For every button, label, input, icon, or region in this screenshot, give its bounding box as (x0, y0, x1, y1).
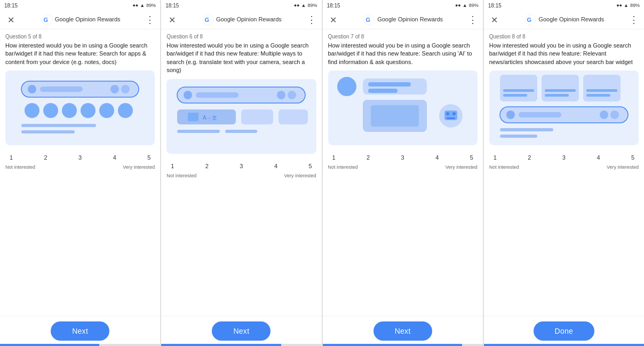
svg-rect-19 (196, 92, 238, 98)
svg-point-9 (62, 103, 77, 118)
app-header: ✕ G Google Opinion Rewards ⋮ (161, 11, 321, 29)
svg-rect-48 (503, 94, 527, 97)
svg-point-10 (81, 103, 96, 118)
svg-rect-49 (545, 89, 576, 92)
next-button[interactable]: Next (212, 321, 271, 341)
scale-option-4[interactable]: 4 (432, 153, 442, 162)
status-time: 18:15 (165, 3, 179, 9)
scale-option-1[interactable]: 1 (329, 153, 339, 162)
svg-point-12 (118, 103, 133, 118)
scale-labels: Not interested Very interested (489, 164, 639, 170)
menu-button[interactable]: ⋮ (629, 14, 639, 26)
battery-icon: 89% (307, 3, 317, 8)
svg-rect-46 (583, 75, 621, 101)
svg-rect-13 (21, 124, 96, 127)
status-icons: ●● ▲ 89% (455, 3, 479, 8)
question-label: Question 5 of 8 (5, 34, 155, 40)
status-time: 18:15 (4, 3, 18, 9)
scale-option-4[interactable]: 4 (593, 153, 603, 162)
progress-bar (484, 344, 644, 346)
svg-rect-51 (586, 89, 617, 92)
svg-rect-41 (447, 117, 455, 119)
svg-rect-4 (40, 86, 83, 92)
scale-container: 12345 Not interested Very interested (5, 151, 155, 172)
svg-point-5 (110, 85, 119, 93)
scale-numbers: 12345 (166, 161, 316, 171)
status-time: 18:15 (327, 3, 340, 9)
question-text: How interested would you be in using a G… (489, 42, 639, 66)
battery-icon: 89% (630, 3, 640, 8)
question-label: Question 8 of 8 (489, 34, 639, 40)
close-button[interactable]: ✕ (328, 15, 339, 25)
scale-option-1[interactable]: 1 (6, 153, 16, 162)
svg-rect-44 (500, 75, 537, 101)
app-name-text: Google Opinion Rewards (538, 16, 604, 23)
app-name-text: Google Opinion Rewards (377, 16, 443, 23)
wifi-icon: ▲ (140, 3, 145, 8)
scale-option-2[interactable]: 2 (524, 153, 534, 162)
scale-option-5[interactable]: 5 (467, 153, 476, 162)
next-button[interactable]: Next (373, 321, 432, 341)
scale-option-2[interactable]: 2 (41, 153, 51, 162)
very-interested-label: Very interested (446, 164, 478, 170)
next-button[interactable]: Next (51, 321, 109, 341)
menu-button[interactable]: ⋮ (468, 14, 478, 26)
svg-rect-45 (542, 75, 579, 101)
scale-labels: Not interested Very interested (328, 164, 478, 170)
wifi-icon: ▲ (463, 3, 467, 8)
scale-option-2[interactable]: 2 (202, 161, 212, 171)
app-logo: G Google Opinion Rewards (524, 14, 604, 26)
scale-labels: Not interested Very interested (166, 173, 316, 178)
menu-button[interactable]: ⋮ (145, 14, 155, 26)
signal-icon: ●● (132, 3, 138, 8)
bottom-bar: Next (0, 316, 160, 346)
question-text: How interested would you be in using a G… (5, 42, 155, 66)
screen-3: 18:15 ●● ▲ 89% ✕ G Google Opinion Reward… (322, 0, 483, 346)
scale-option-5[interactable]: 5 (306, 161, 315, 171)
svg-rect-36 (371, 105, 419, 127)
close-button[interactable]: ✕ (166, 15, 177, 25)
scale-container: 12345 Not interested Very interested (328, 151, 478, 172)
menu-button[interactable]: ⋮ (307, 14, 316, 26)
app-logo: G Google Opinion Rewards (363, 14, 443, 26)
close-button[interactable]: ✕ (489, 15, 500, 25)
svg-point-21 (288, 91, 296, 99)
svg-rect-50 (545, 94, 569, 97)
svg-text:G: G (43, 17, 48, 23)
not-interested-label: Not interested (489, 164, 519, 170)
content-area: Question 6 of 8 How interested would you… (161, 29, 321, 316)
progress-bar (0, 344, 160, 346)
scale-option-4[interactable]: 4 (110, 153, 120, 162)
bottom-bar: Next (161, 316, 321, 346)
progress-fill (0, 344, 99, 346)
scale-option-2[interactable]: 2 (363, 153, 373, 162)
status-bar: 18:15 ●● ▲ 89% (161, 0, 321, 11)
scale-option-5[interactable]: 5 (628, 153, 638, 162)
scale-container: 12345 Not interested Very interested (489, 151, 639, 172)
scale-option-1[interactable]: 1 (168, 161, 177, 171)
svg-point-39 (446, 112, 449, 115)
bottom-bar: Next (323, 316, 483, 346)
scale-option-1[interactable]: 1 (490, 153, 500, 162)
scale-option-3[interactable]: 3 (398, 153, 408, 162)
done-button[interactable]: Done (534, 321, 595, 341)
app-header: ✕ G Google Opinion Rewards ⋮ (0, 11, 160, 29)
svg-rect-25 (241, 109, 273, 124)
screen-1: 18:15 ●● ▲ 89% ✕ G Google Opinion Reward… (0, 0, 161, 346)
survey-illustration (328, 70, 478, 145)
svg-point-20 (277, 91, 285, 99)
bottom-bar: Done (484, 316, 644, 346)
scale-option-3[interactable]: 3 (236, 161, 246, 171)
scale-option-3[interactable]: 3 (75, 153, 85, 162)
scale-option-5[interactable]: 5 (144, 153, 154, 162)
scale-option-3[interactable]: 3 (559, 153, 569, 162)
google-logo-icon: G (524, 14, 536, 26)
scale-option-4[interactable]: 4 (271, 161, 281, 171)
app-logo: G Google Opinion Rewards (202, 14, 282, 26)
svg-point-6 (121, 85, 130, 93)
status-icons: ●● ▲ 89% (294, 3, 317, 8)
google-logo-icon: G (363, 14, 375, 26)
svg-point-11 (99, 103, 114, 118)
close-button[interactable]: ✕ (5, 15, 16, 25)
svg-point-18 (184, 91, 192, 99)
